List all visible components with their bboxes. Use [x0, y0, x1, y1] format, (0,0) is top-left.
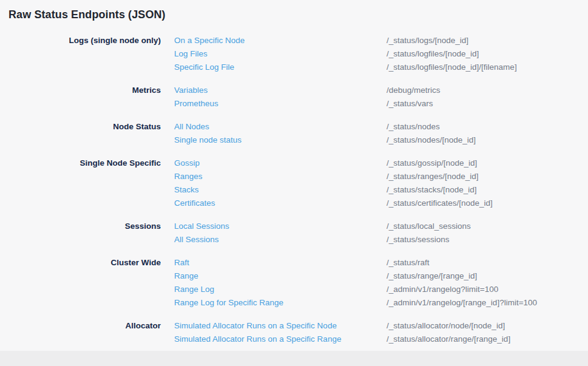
endpoint-link[interactable]: All Sessions: [174, 233, 219, 246]
endpoint-path: /_status/nodes/[node_id]: [387, 134, 588, 147]
endpoint-path: /debug/metrics: [387, 84, 588, 97]
endpoint-section: Logs (single node only)On a Specific Nod…: [8, 34, 588, 74]
debug-endpoints-page: Raw Status Endpoints (JSON) Logs (single…: [0, 0, 588, 351]
endpoint-path: /_status/logfiles/[node_id]/[filename]: [387, 61, 588, 74]
endpoint-link[interactable]: Single node status: [174, 134, 242, 147]
endpoint-path: /_status/nodes: [387, 120, 588, 134]
endpoint-section: Node StatusAll NodesSingle node status/_…: [8, 120, 588, 147]
endpoint-link[interactable]: Raft: [174, 256, 189, 269]
endpoint-links-column: RaftRangeRange LogRange Log for Specific…: [174, 256, 387, 310]
endpoint-link[interactable]: Simulated Allocator Runs on a Specific N…: [174, 319, 337, 333]
endpoint-link[interactable]: Range Log for Specific Range: [174, 296, 283, 310]
endpoint-link[interactable]: Log Files: [174, 47, 208, 61]
endpoint-section: SessionsLocal SessionsAll Sessions/_stat…: [8, 220, 588, 246]
endpoint-path: /_status/allocator/range/[range_id]: [387, 333, 588, 346]
endpoint-link[interactable]: Ranges: [174, 170, 203, 183]
endpoint-link[interactable]: All Nodes: [174, 120, 209, 134]
section-label: Metrics: [8, 84, 161, 97]
endpoint-section: Cluster WideRaftRangeRange LogRange Log …: [8, 256, 588, 310]
endpoint-path: /_status/certificates/[node_id]: [387, 197, 588, 210]
section-label: Node Status: [8, 120, 161, 134]
section-label: Cluster Wide: [8, 256, 161, 269]
page-title: Raw Status Endpoints (JSON): [8, 8, 588, 21]
endpoint-sections: Logs (single node only)On a Specific Nod…: [8, 34, 588, 346]
endpoint-links-column: On a Specific NodeLog FilesSpecific Log …: [174, 34, 387, 74]
endpoint-path: /_status/stacks/[node_id]: [387, 183, 588, 197]
endpoint-paths-column: /_status/raft/_status/range/[range_id]/_…: [387, 256, 588, 310]
endpoint-path: /_status/gossip/[node_id]: [387, 157, 588, 170]
endpoint-link[interactable]: Specific Log File: [174, 61, 234, 74]
endpoint-paths-column: /_status/gossip/[node_id]/_status/ranges…: [387, 157, 588, 210]
endpoint-paths-column: /_status/allocator/node/[node_id]/_statu…: [387, 319, 588, 346]
endpoint-link[interactable]: Range Log: [174, 283, 214, 296]
endpoint-links-column: VariablesPrometheus: [174, 84, 387, 110]
endpoint-links-column: All NodesSingle node status: [174, 120, 387, 147]
endpoint-paths-column: /_status/logs/[node_id]/_status/logfiles…: [387, 34, 588, 74]
endpoint-link[interactable]: Variables: [174, 84, 208, 97]
endpoint-links-column: GossipRangesStacksCertificates: [174, 157, 387, 210]
endpoint-links-column: Local SessionsAll Sessions: [174, 220, 387, 246]
endpoint-link[interactable]: On a Specific Node: [174, 34, 245, 47]
endpoint-link[interactable]: Prometheus: [174, 97, 218, 110]
section-label: Sessions: [8, 220, 161, 233]
endpoint-link[interactable]: Simulated Allocator Runs on a Specific R…: [174, 333, 341, 346]
endpoint-paths-column: /_status/nodes/_status/nodes/[node_id]: [387, 120, 588, 147]
endpoint-section: MetricsVariablesPrometheus/debug/metrics…: [8, 84, 588, 110]
endpoint-path: /_admin/v1/rangelog/[range_id]?limit=100: [387, 296, 588, 310]
endpoint-path: /_admin/v1/rangelog?limit=100: [387, 283, 588, 296]
endpoint-link[interactable]: Gossip: [174, 157, 200, 170]
endpoint-link[interactable]: Stacks: [174, 183, 199, 197]
endpoint-link[interactable]: Local Sessions: [174, 220, 229, 233]
endpoint-path: /_status/raft: [387, 256, 588, 269]
section-label: Allocator: [8, 319, 161, 333]
section-label: Single Node Specific: [8, 157, 161, 170]
endpoint-link[interactable]: Range: [174, 269, 198, 283]
endpoint-section: Single Node SpecificGossipRangesStacksCe…: [8, 157, 588, 210]
endpoint-path: /_status/logfiles/[node_id]: [387, 47, 588, 61]
section-label: Logs (single node only): [8, 34, 161, 47]
endpoint-link[interactable]: Certificates: [174, 197, 215, 210]
endpoint-path: /_status/logs/[node_id]: [387, 34, 588, 47]
endpoint-paths-column: /_status/local_sessions/_status/sessions: [387, 220, 588, 246]
endpoint-links-column: Simulated Allocator Runs on a Specific N…: [174, 319, 387, 346]
endpoint-path: /_status/sessions: [387, 233, 588, 246]
endpoint-paths-column: /debug/metrics/_status/vars: [387, 84, 588, 110]
endpoint-path: /_status/local_sessions: [387, 220, 588, 233]
endpoint-path: /_status/ranges/[node_id]: [387, 170, 588, 183]
endpoint-section: AllocatorSimulated Allocator Runs on a S…: [8, 319, 588, 346]
endpoint-path: /_status/vars: [387, 97, 588, 110]
endpoint-path: /_status/allocator/node/[node_id]: [387, 319, 588, 333]
endpoint-path: /_status/range/[range_id]: [387, 269, 588, 283]
